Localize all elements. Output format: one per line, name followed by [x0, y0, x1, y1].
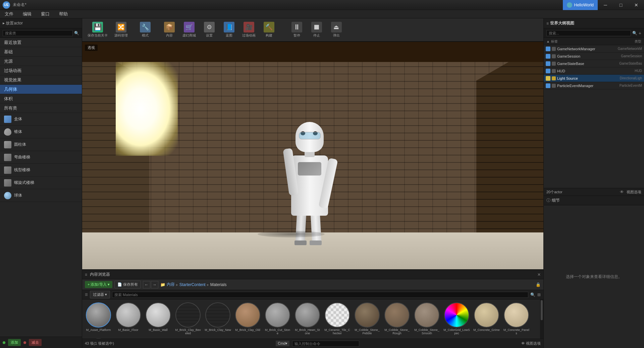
list-item[interactable]: 线型楼梯 [0, 164, 82, 177]
list-item[interactable]: 弯曲楼梯 [0, 151, 82, 164]
save-all-button[interactable]: 📄 保存所有 [114, 281, 141, 288]
content-search-input[interactable] [112, 292, 528, 298]
breadcrumb-starter[interactable]: StarterContent [179, 282, 206, 287]
outline-item-light-source[interactable]: Light Source DirectionalLigh [544, 75, 644, 82]
settings-button[interactable]: ⚙ 设置 [200, 20, 218, 39]
material-item[interactable]: M_Ceramic_Tile_Checker [323, 301, 352, 336]
material-item[interactable]: M_ColorGrid_LowSpec [442, 301, 471, 336]
category-geometry[interactable]: 几何体 [0, 85, 82, 94]
pause-button[interactable]: ⏸ 暂停 [287, 20, 306, 39]
cinematic-button[interactable]: 🎥 过场动画 [239, 20, 258, 39]
mat-thumb [235, 302, 260, 328]
category-light[interactable]: 光源 [0, 57, 82, 66]
content-scrollbar[interactable] [540, 299, 543, 339]
build-button[interactable]: 🔨 构建 [260, 20, 278, 39]
detail-title: 细节 [552, 198, 560, 203]
cmd-label[interactable]: Cmd▾ [276, 341, 289, 346]
material-item[interactable]: M_Basic_Wall [144, 301, 172, 336]
settings-label: 设置 [206, 33, 213, 38]
actor-count: 20个actor [546, 190, 562, 195]
mode-label: 模式 [142, 33, 149, 38]
material-item[interactable]: M_Cobble_Stone_Pebble [353, 301, 381, 336]
outline-item[interactable]: GameNetworkManager GameNetworkM [544, 45, 644, 53]
menu-window[interactable]: 窗口 [39, 10, 52, 18]
list-item[interactable]: 盒体 [0, 113, 82, 126]
material-item[interactable]: M_Cobble_Stone_Smooth [413, 301, 441, 336]
maximize-button[interactable]: □ [613, 0, 629, 10]
blueprint-button[interactable]: 📘 蓝图 [220, 20, 238, 39]
view-options-label[interactable]: 👁 视图选项 [521, 341, 541, 346]
outline-add-icon[interactable]: + [639, 30, 641, 36]
console-input[interactable] [292, 341, 359, 347]
marketplace-button[interactable]: 🛒 虚幻商城 [180, 20, 199, 39]
light-window [116, 62, 178, 156]
categories: 最近放置 基础 光源 过场动画 视觉效果 几何体 体积 所有类 [0, 38, 82, 113]
outline-item[interactable]: GameStateBase GameStateBas [544, 60, 644, 67]
cb-status-bar: 43 项(1 项被选中) Cmd▾ 👁 视图选项 [82, 339, 543, 348]
object-list: 盒体 锥体 圆柱体 弯曲楼梯 线型楼梯 螺旋式楼梯 [0, 113, 82, 337]
mat-thumb [414, 302, 439, 328]
material-item[interactable]: M_Concrete_Panels [502, 301, 531, 336]
category-cinematic[interactable]: 过场动画 [0, 66, 82, 75]
mat-label: M_Ceramic_Tile_Checker [324, 328, 351, 335]
cb-close-icon[interactable]: ✕ [537, 272, 541, 277]
right-panel: ≡ 世界大纲视图 🔍 + ▲ 标签 类型 GameNetworkManager … [543, 18, 644, 348]
material-item[interactable]: M_Asset_Platform [84, 301, 113, 336]
actor-label: Light Source [557, 76, 619, 80]
mat-thumb [295, 302, 320, 328]
category-basic[interactable]: 基础 [0, 47, 82, 57]
hello-world-button[interactable]: HelloWorld [563, 0, 598, 10]
search-input[interactable] [3, 30, 73, 36]
content-button[interactable]: 📦 内容 [160, 20, 178, 39]
outline-item[interactable]: GameSession GameSession [544, 53, 644, 60]
eject-button[interactable]: ⏏ 弹出 [327, 20, 345, 39]
actor-icon [546, 54, 550, 59]
list-item[interactable]: 球体 [0, 189, 82, 202]
menu-edit[interactable]: 编辑 [21, 10, 34, 18]
add-import-button[interactable]: + 添加/导入 ▾ [85, 281, 112, 288]
list-item[interactable]: 螺旋式楼梯 [0, 177, 82, 189]
close-button[interactable]: ✕ [629, 0, 644, 10]
nav-forward-button[interactable]: → [151, 281, 158, 288]
view-options-button[interactable]: 视图选项 [627, 190, 641, 195]
minimize-button[interactable]: ─ [598, 0, 613, 10]
blueprint-icon: 📘 [224, 22, 234, 32]
outline-item[interactable]: HUD HUD [544, 67, 644, 75]
outline-search-input[interactable] [546, 30, 631, 36]
menu-help[interactable]: 帮助 [57, 10, 70, 18]
category-volume[interactable]: 体积 [0, 94, 82, 103]
object-label: 锥体 [14, 129, 22, 135]
filter-button[interactable]: 过滤器 ▾ [90, 291, 110, 298]
stop-label: 停止 [313, 33, 320, 38]
material-item[interactable]: M_Brick_Cut_Stone [263, 301, 292, 336]
material-item[interactable]: M_Brick_Clay_New [204, 301, 232, 336]
content-browser: ≡ 内容浏览器 ✕ + 添加/导入 ▾ 📄 保存所有 ← → 📁 内容 ▸ St… [82, 269, 543, 348]
material-item[interactable]: M_Brick_Hewn_Stone [293, 301, 322, 336]
category-visual[interactable]: 视觉效果 [0, 75, 82, 85]
menu-file[interactable]: 文件 [3, 10, 15, 18]
category-all[interactable]: 所有类 [0, 103, 82, 113]
scrollbar-thumb[interactable] [541, 300, 543, 320]
material-item[interactable]: M_Brick_Clay_Beveled [174, 301, 202, 336]
material-item[interactable]: M_Brick_Clay_Old [233, 301, 262, 336]
list-item[interactable]: 圆柱体 [0, 138, 82, 151]
mode-button[interactable]: 🔧 模式 [132, 20, 159, 39]
breadcrumb-content[interactable]: 内容 [167, 282, 175, 287]
source-icon: 🔀 [116, 22, 126, 32]
category-recent[interactable]: 最近放置 [0, 38, 82, 47]
mat-label: M_Brick_Cut_Stone [264, 328, 291, 335]
source-control-button[interactable]: 🔀 源码管理 [112, 20, 130, 39]
nav-back-button[interactable]: ← [143, 281, 150, 288]
view-settings-icon[interactable]: ⊞ [537, 292, 541, 297]
outline-item[interactable]: ParticleEventManager ParticleEventM [544, 82, 644, 89]
material-item[interactable]: M_Concrete_Grime [472, 301, 501, 336]
save-level-button[interactable]: 💾 保存当前关卡 [85, 20, 110, 39]
add-button[interactable]: 添加 [8, 339, 21, 346]
mat-thumb [444, 302, 469, 328]
viewport[interactable]: 透视 [82, 42, 543, 269]
stop-button[interactable]: ⏹ 停止 [307, 20, 326, 39]
list-item[interactable]: 锥体 [0, 126, 82, 138]
material-item[interactable]: M_Basic_Floor [114, 301, 143, 336]
remove-button[interactable]: 减去 [29, 339, 42, 346]
material-item[interactable]: M_Cobble_Stone_Rough [383, 301, 411, 336]
